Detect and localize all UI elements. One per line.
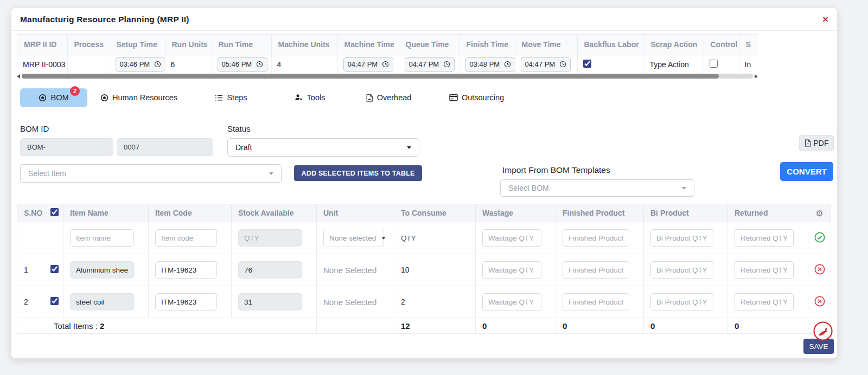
tab-label: Human Resources	[112, 93, 177, 102]
row-checkbox[interactable]	[50, 297, 59, 305]
col-unit: Unit	[317, 204, 394, 222]
clock-icon	[154, 61, 161, 68]
item-name-value[interactable]	[70, 293, 134, 311]
stock-value[interactable]	[238, 293, 302, 311]
col-queue-time: Queue Time	[399, 35, 459, 55]
select-all-checkbox[interactable]	[50, 208, 59, 216]
select-bom-dropdown[interactable]: Select BOM	[500, 179, 694, 197]
scroll-left-icon[interactable]	[17, 74, 20, 79]
bom-prefix-field[interactable]	[20, 138, 113, 156]
select-item-dropdown[interactable]: Select Item	[20, 164, 282, 183]
delete-row-icon[interactable]	[814, 263, 826, 275]
totals-row: Total Items : 2 12 0 0 0 0	[17, 318, 831, 334]
tab-overhead[interactable]: Overhead	[348, 88, 429, 107]
control-checkbox[interactable]	[710, 60, 718, 68]
mrp-table: MRP II ID Process Setup Time Run Units R…	[17, 35, 758, 74]
move-time-input[interactable]: 04:47 PM	[521, 57, 571, 72]
finished-product-qty-input[interactable]	[563, 293, 629, 311]
machine-units-value[interactable]: 4	[271, 55, 337, 74]
page-title: Manufacturig Resource Planning (MRP II)	[20, 15, 189, 24]
scrap-action-value[interactable]: Type Action	[644, 55, 704, 74]
tab-steps[interactable]: Steps	[190, 88, 272, 107]
tab-tools[interactable]: Tools	[272, 88, 348, 107]
unit-value[interactable]: None Selected	[323, 298, 376, 307]
row-sno: 1	[17, 254, 47, 286]
wastage-qty-input[interactable]	[482, 293, 541, 311]
tab-bar: BOM 2 Human Resources Steps Tools Overhe…	[20, 88, 524, 107]
convert-button[interactable]: CONVERT	[780, 162, 833, 181]
finished-product-qty-input[interactable]	[563, 229, 629, 247]
bom-number-field[interactable]	[117, 138, 213, 156]
col-setup-time: Setup Time	[110, 35, 165, 55]
to-consume-value[interactable]: 10	[394, 254, 476, 286]
adobe-pdf-icon[interactable]	[813, 321, 833, 341]
bi-product-qty-input[interactable]	[650, 293, 713, 311]
tab-label: Steps	[227, 93, 247, 102]
status-select[interactable]: Draft	[227, 138, 419, 157]
wastage-total: 0	[476, 318, 556, 334]
items-header-row: S.NO Item Name Item Code Stock Available…	[17, 204, 831, 222]
stock-value[interactable]	[238, 261, 302, 279]
item-row: 2 None Selected 2	[17, 286, 831, 318]
target-icon	[100, 94, 108, 102]
run-units-value[interactable]: 6	[165, 55, 212, 74]
returned-qty-input[interactable]	[735, 293, 794, 311]
list-icon	[215, 94, 223, 102]
bi-product-total: 0	[644, 318, 728, 334]
pdf-file-icon	[805, 139, 811, 147]
scrollbar-thumb[interactable]	[22, 74, 719, 79]
gear-icon[interactable]: ⚙	[815, 209, 823, 218]
bi-product-qty-input[interactable]	[650, 229, 713, 247]
scroll-right-icon[interactable]	[755, 74, 758, 79]
unit-dropdown[interactable]: None selected	[323, 229, 384, 247]
finished-product-qty-input[interactable]	[563, 261, 629, 279]
horizontal-scrollbar[interactable]	[17, 74, 758, 79]
queue-time-input[interactable]: 04:47 PM	[405, 57, 455, 72]
scrollbar-track[interactable]	[22, 74, 753, 79]
item-code-value[interactable]	[155, 293, 217, 311]
returned-qty-input[interactable]	[735, 229, 794, 247]
col-item-name: Item Name	[63, 204, 149, 222]
wastage-qty-input[interactable]	[482, 261, 541, 279]
tab-outsourcing[interactable]: Outsourcing	[429, 88, 524, 107]
row-checkbox[interactable]	[50, 265, 59, 273]
close-icon[interactable]: ×	[822, 14, 828, 24]
tab-human-resources[interactable]: Human Resources	[87, 88, 190, 107]
col-returned: Returned	[728, 204, 808, 222]
to-consume-placeholder: QTY	[401, 234, 416, 242]
col-scrap-action: Scrap Action	[644, 35, 704, 55]
mrp-id-value: MRP II-0003	[17, 55, 67, 74]
delete-row-icon[interactable]	[814, 295, 826, 307]
chevron-down-icon	[381, 237, 386, 240]
finish-time-input[interactable]: 03:48 PM	[465, 57, 515, 72]
col-bi-product: Bi Product	[644, 204, 728, 222]
bi-product-qty-input[interactable]	[650, 261, 713, 279]
clock-icon	[559, 61, 566, 68]
bom-items-section: S.NO Item Name Item Code Stock Available…	[17, 204, 831, 334]
col-machine-time: Machine Time	[337, 35, 399, 55]
col-wastage: Wastage	[476, 204, 556, 222]
machine-time-input[interactable]: 04:47 PM	[343, 57, 393, 72]
item-code-value[interactable]	[155, 261, 217, 279]
pdf-button[interactable]: PDF	[799, 135, 834, 151]
returned-qty-input[interactable]	[735, 261, 794, 279]
run-time-input[interactable]: 05:46 PM	[218, 57, 267, 72]
row-sno: 2	[17, 286, 47, 318]
unit-value[interactable]: None Selected	[323, 266, 376, 275]
to-consume-value[interactable]: 2	[394, 286, 476, 318]
item-name-value[interactable]	[70, 261, 134, 279]
confirm-add-icon[interactable]	[814, 231, 826, 243]
item-name-input[interactable]	[70, 229, 134, 247]
tab-bom[interactable]: BOM 2	[20, 88, 87, 107]
status-label: Status	[227, 124, 251, 133]
stock-qty-input[interactable]	[238, 229, 302, 247]
wastage-qty-input[interactable]	[482, 229, 541, 247]
col-finish-time: Finish Time	[459, 35, 515, 55]
people-gear-icon	[295, 93, 303, 102]
backflus-labor-checkbox[interactable]	[583, 60, 591, 68]
add-selected-items-button[interactable]: ADD SELECTED ITEMS TO TABLE	[294, 165, 422, 181]
finished-total: 0	[556, 318, 644, 334]
item-code-input[interactable]	[155, 229, 217, 247]
setup-time-input[interactable]: 03:46 PM	[116, 57, 165, 72]
clock-icon	[382, 61, 389, 68]
